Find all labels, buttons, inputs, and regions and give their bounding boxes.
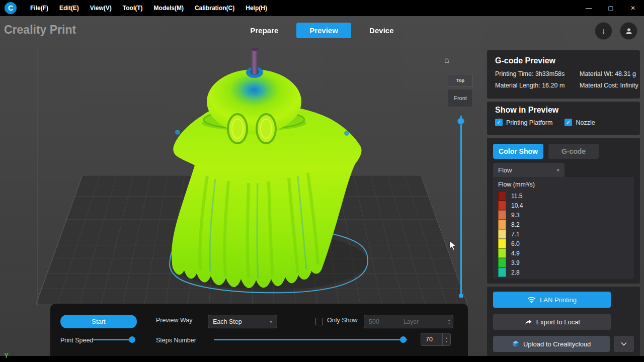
legend-row: 9.3	[498, 210, 629, 220]
only-show-checkbox[interactable]	[315, 318, 323, 325]
layer-slider-end	[459, 294, 463, 298]
steps-number-slider-handle[interactable]	[400, 336, 407, 343]
menu-calibration[interactable]: Calibration(C)	[191, 3, 238, 14]
legend-value: 4.9	[511, 250, 520, 257]
lan-printing-button[interactable]: LAN Printing	[493, 292, 611, 308]
legend-value: 6.0	[511, 240, 520, 247]
legend-row: 7.1	[498, 229, 629, 239]
legend-row: 3.9	[498, 258, 629, 267]
ghost-dome	[207, 69, 301, 134]
printing-platform-checkbox[interactable]: ✓	[495, 119, 503, 126]
gcode-preview-title: G-code Preview	[495, 56, 632, 65]
viewcube-top[interactable]: Top	[448, 74, 473, 87]
nozzle-checkbox[interactable]: ✓	[565, 119, 572, 126]
user-account-button[interactable]	[620, 22, 637, 40]
menu-view[interactable]: View(V)	[87, 3, 115, 14]
export-to-local-button[interactable]: Export to Local	[493, 314, 611, 330]
print-speed-label: Print Speed	[60, 337, 93, 344]
layer-spinner[interactable]: ▴ ▾	[445, 315, 453, 328]
maximize-button[interactable]: ▢	[600, 0, 622, 16]
close-button[interactable]: ✕	[622, 0, 644, 16]
material-wt-value: 48.31 g	[615, 70, 636, 77]
legend-row: 11.5	[498, 191, 629, 201]
nozzle-label: Nozzle	[576, 119, 595, 126]
tab-prepare[interactable]: Prepare	[248, 23, 282, 38]
menu-tool[interactable]: Tool(T)	[119, 3, 146, 14]
chevron-down-icon: ▾	[270, 319, 272, 324]
material-length-label: Material Length:	[495, 82, 540, 89]
export-to-local-label: Export to Local	[536, 318, 580, 326]
spin-down-icon[interactable]: ▾	[448, 322, 450, 325]
layer-slider[interactable]	[458, 116, 464, 298]
legend-swatch	[498, 239, 506, 248]
legend-swatch	[498, 201, 506, 210]
legend-row: 4.9	[498, 248, 629, 258]
legend-row: 10.4	[498, 201, 629, 210]
menu-edit[interactable]: Edit(E)	[56, 3, 83, 14]
layer-suffix-label: Layer	[404, 318, 421, 325]
flow-dropdown[interactable]: Flow ▾	[493, 163, 565, 177]
flow-legend: Flow (mm³/s) 11.5 10.4 9.3 8.2	[493, 177, 634, 279]
preview-way-label: Preview Way	[156, 317, 192, 324]
tab-preview[interactable]: Preview	[296, 23, 351, 38]
gcode-stats: Printing Time: 3h33m58s Material Wt: 48.…	[495, 70, 632, 89]
preview-way-dropdown[interactable]: Each Step ▾	[208, 315, 277, 328]
legend-row: 8.2	[498, 220, 629, 229]
viewcube-front[interactable]: Front	[448, 89, 473, 107]
download-icon: ↓	[602, 27, 606, 36]
spin-down-icon[interactable]: ▾	[446, 340, 447, 343]
print-speed-slider-handle[interactable]	[129, 336, 135, 343]
bottom-strip	[0, 356, 644, 362]
user-icon	[625, 27, 633, 35]
ghost-model[interactable]	[80, 44, 438, 308]
layer-slider-track[interactable]	[460, 116, 462, 298]
menu-file[interactable]: File(F)	[27, 3, 52, 14]
spin-up-icon[interactable]: ▴	[448, 318, 450, 321]
steps-number-label: Steps Number	[156, 337, 196, 344]
chevron-down-icon: ▾	[556, 167, 559, 173]
legend-swatch	[498, 229, 506, 239]
creality-logo-icon[interactable]: C	[5, 2, 17, 14]
print-speed-slider[interactable]	[93, 336, 135, 343]
legend-value: 8.2	[511, 221, 520, 228]
legend-row: 2.8	[498, 267, 629, 277]
legend-swatch	[498, 210, 506, 220]
more-actions-button[interactable]	[614, 336, 634, 352]
upload-to-crealitycloud-button[interactable]: Upload to Crealitycloud	[493, 336, 610, 352]
flow-legend-title: Flow (mm³/s)	[498, 181, 629, 188]
prime-tower	[251, 49, 258, 74]
color-show-card: Color Show G-code Flow ▾ Flow (mm³/s) 11…	[487, 138, 640, 284]
legend-value: 3.9	[511, 259, 520, 266]
start-button[interactable]: Start	[60, 315, 137, 328]
wifi-icon	[527, 297, 536, 303]
tab-device[interactable]: Device	[366, 23, 396, 38]
spin-up-icon[interactable]: ▴	[446, 336, 447, 339]
steps-spinner[interactable]: ▴ ▾	[442, 333, 450, 345]
legend-value: 2.8	[511, 269, 520, 276]
only-show-label: Only Show	[327, 317, 357, 324]
steps-number-input[interactable]: 70 ▴ ▾	[421, 333, 451, 346]
chamber-edge-left	[37, 48, 38, 306]
color-show-button[interactable]: Color Show	[493, 144, 543, 159]
layer-input[interactable]: 500 Layer ▴ ▾	[364, 315, 453, 328]
menu-help[interactable]: Help(H)	[242, 3, 271, 14]
printing-platform-label: Printing Platform	[506, 119, 552, 126]
print-actions-card: LAN Printing Export to Local Upload to C…	[487, 287, 640, 356]
minimize-button[interactable]: —	[578, 0, 600, 16]
gcode-button[interactable]: G-code	[548, 144, 599, 159]
show-in-preview-title: Show in Preview	[495, 106, 632, 115]
download-button[interactable]: ↓	[595, 22, 612, 40]
menu-bar: C File(F) Edit(E) View(V) Tool(T) Models…	[0, 0, 644, 16]
material-wt-label: Material Wt:	[580, 70, 613, 77]
home-view-icon[interactable]: ⌂	[444, 55, 449, 65]
main-tabs: Prepare Preview Device	[0, 23, 644, 38]
steps-number-slider[interactable]	[214, 336, 408, 343]
mouse-cursor	[449, 240, 457, 251]
layer-slider-handle[interactable]	[457, 118, 464, 125]
upload-to-crealitycloud-label: Upload to Crealitycloud	[523, 340, 591, 348]
right-panel: G-code Preview Printing Time: 3h33m58s M…	[487, 50, 640, 356]
printing-time-value: 3h33m58s	[535, 70, 565, 77]
export-icon	[524, 319, 532, 325]
material-cost-label: Material Cost:	[580, 82, 618, 89]
menu-models[interactable]: Models(M)	[150, 3, 187, 14]
